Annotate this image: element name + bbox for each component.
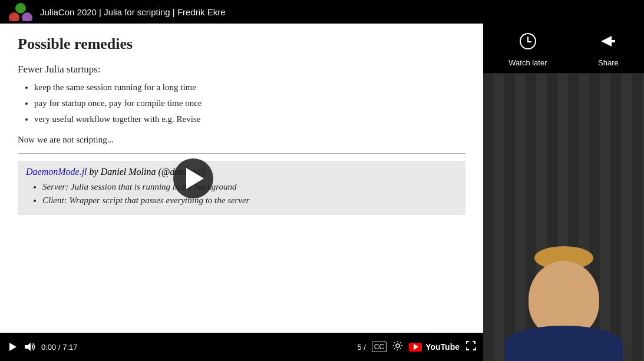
bullet-item: very useful workflow together with e.g. … [34,113,465,125]
share-icon [599,32,617,55]
youtube-label: YouTube [425,342,460,352]
sidebar-actions: Watch later Share [483,24,644,74]
gear-icon [392,340,403,351]
youtube-logo: YouTube [409,342,460,352]
slide-normal-text: Now we are not scripting... [18,135,465,145]
play-pause-button[interactable] [7,342,18,352]
share-label: Share [598,58,619,67]
watch-later-icon [518,32,537,55]
svg-point-1 [9,12,19,21]
slide-highlight-box: DaemonMode.jl by Daniel Molina (@dmolina… [18,161,465,215]
settings-button[interactable] [392,340,403,354]
video-container: Possible remedies Fewer Julia startups: … [0,24,483,361]
main-area: Possible remedies Fewer Julia startups: … [0,24,644,361]
slide-title: Possible remedies [18,35,465,53]
share-button[interactable]: Share [598,32,619,67]
watch-later-label: Watch later [508,58,547,67]
cc-button[interactable]: CC [372,342,387,352]
youtube-play-icon [414,344,418,350]
person-shoulders [505,326,623,361]
watch-later-button[interactable]: Watch later [508,32,547,67]
slide-number-display: 5 / [357,343,365,352]
webcam-area [483,74,644,361]
youtube-red-box [409,343,422,352]
play-icon [7,342,18,352]
volume-button[interactable] [24,342,35,352]
progress-bar-container[interactable] [0,330,483,333]
svg-point-2 [22,12,32,21]
bullet-item: Server: Julia session that is running in… [42,182,457,192]
play-triangle-icon [186,168,204,189]
slide-section-title: Fewer Julia startups: [18,64,465,75]
video-title: JuliaCon 2020 | Julia for scripting | Fr… [40,7,638,17]
daemon-mode-link[interactable]: DaemonMode.jl [26,167,87,177]
play-button[interactable] [173,158,213,198]
volume-icon [24,342,35,352]
bullet-item: pay for startup once, pay for compile ti… [34,97,465,110]
right-sidebar: Watch later Share [483,24,644,361]
slide-divider [18,153,465,154]
julia-logo [6,2,35,21]
daemon-mode-line: DaemonMode.jl by Daniel Molina (@dmolina… [26,167,457,177]
time-display: 0:00 / 7:17 [41,343,77,352]
svg-point-6 [396,344,399,347]
webcam-feed [483,74,644,361]
bullet-item: Client: Wrapper script that passes every… [42,196,457,206]
bullet-item: keep the same session running for a long… [34,81,465,94]
svg-point-3 [18,5,24,11]
svg-marker-5 [25,343,31,351]
slide-bullet-list-2: Server: Julia session that is running in… [26,182,457,206]
slide-content: Possible remedies Fewer Julia startups: … [0,24,483,333]
slide-bullet-list-1: keep the same session running for a long… [18,81,465,125]
fullscreen-button[interactable] [465,340,476,353]
slide-area: Possible remedies Fewer Julia startups: … [0,24,483,333]
fullscreen-icon [465,340,476,351]
controls-bar: 0:00 / 7:17 5 / CC YouTube [0,333,483,361]
svg-marker-4 [9,343,16,351]
top-bar: JuliaCon 2020 | Julia for scripting | Fr… [0,0,644,24]
